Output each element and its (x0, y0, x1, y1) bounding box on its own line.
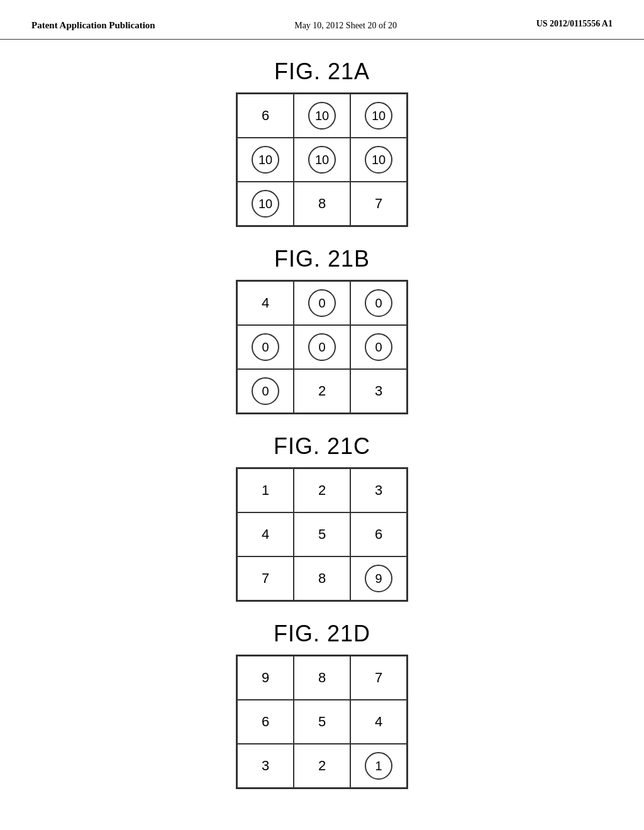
cell-21a-2-0: 10 (237, 182, 294, 226)
cell-21b-0-1: 0 (294, 281, 350, 325)
figure-21c-title: FIG. 21C (274, 433, 370, 460)
cell-21d-2-0: 3 (237, 744, 294, 788)
cell-21a-2-1: 8 (294, 182, 350, 226)
figure-21d-title: FIG. 21D (274, 621, 370, 647)
cell-21c-1-1: 5 (294, 512, 350, 556)
cell-21d-1-0: 6 (237, 700, 294, 744)
publication-label: Patent Application Publication (31, 20, 155, 30)
page-header: Patent Application Publication May 10, 2… (0, 0, 644, 40)
date-sheet-label: May 10, 2012 Sheet 20 of 20 (294, 21, 397, 30)
figure-21b-grid: 4 0 0 0 0 0 0 2 3 (236, 280, 408, 414)
header-left: Patent Application Publication (31, 19, 155, 32)
cell-21b-1-2: 0 (350, 325, 407, 369)
cell-21d-0-2: 7 (350, 656, 407, 700)
cell-21b-2-0: 0 (237, 369, 294, 413)
cell-21d-1-1: 5 (294, 700, 350, 744)
figure-21b-section: FIG. 21B 4 0 0 0 0 0 0 2 3 (236, 246, 408, 414)
cell-21c-2-2: 9 (350, 556, 407, 600)
cell-21b-0-0: 4 (237, 281, 294, 325)
patent-number-label: US 2012/0115556 A1 (536, 19, 613, 28)
cell-21c-1-0: 4 (237, 512, 294, 556)
cell-21c-0-2: 3 (350, 468, 407, 512)
cell-21a-1-0: 10 (237, 138, 294, 182)
figure-21c-grid: 1 2 3 4 5 6 7 8 9 (236, 467, 408, 602)
cell-21d-0-0: 9 (237, 656, 294, 700)
figure-21b-title: FIG. 21B (274, 246, 370, 272)
cell-21a-2-2: 7 (350, 182, 407, 226)
header-right: US 2012/0115556 A1 (536, 19, 613, 29)
cell-21c-0-1: 2 (294, 468, 350, 512)
cell-21c-2-0: 7 (237, 556, 294, 600)
figure-21d-section: FIG. 21D 9 8 7 6 5 4 3 2 1 (236, 621, 408, 789)
cell-21a-0-2: 10 (350, 94, 407, 138)
figure-21c-section: FIG. 21C 1 2 3 4 5 6 7 8 9 (236, 433, 408, 602)
cell-21c-0-0: 1 (237, 468, 294, 512)
figure-21d-grid: 9 8 7 6 5 4 3 2 1 (236, 655, 408, 789)
cell-21b-0-2: 0 (350, 281, 407, 325)
header-center: May 10, 2012 Sheet 20 of 20 (294, 19, 397, 33)
cell-21b-2-1: 2 (294, 369, 350, 413)
cell-21a-1-1: 10 (294, 138, 350, 182)
cell-21b-1-1: 0 (294, 325, 350, 369)
cell-21d-1-2: 4 (350, 700, 407, 744)
cell-21a-0-1: 10 (294, 94, 350, 138)
cell-21c-2-1: 8 (294, 556, 350, 600)
cell-21a-0-0: 6 (237, 94, 294, 138)
cell-21a-1-2: 10 (350, 138, 407, 182)
cell-21d-2-1: 2 (294, 744, 350, 788)
figure-21a-title: FIG. 21A (274, 58, 370, 85)
figure-21a-section: FIG. 21A 6 10 10 10 10 10 10 8 7 (236, 58, 408, 227)
figure-21a-grid: 6 10 10 10 10 10 10 8 7 (236, 92, 408, 227)
cell-21b-2-2: 3 (350, 369, 407, 413)
cell-21d-0-1: 8 (294, 656, 350, 700)
cell-21c-1-2: 6 (350, 512, 407, 556)
cell-21d-2-2: 1 (350, 744, 407, 788)
cell-21b-1-0: 0 (237, 325, 294, 369)
main-content: FIG. 21A 6 10 10 10 10 10 10 8 7 FIG. 21… (0, 40, 644, 808)
